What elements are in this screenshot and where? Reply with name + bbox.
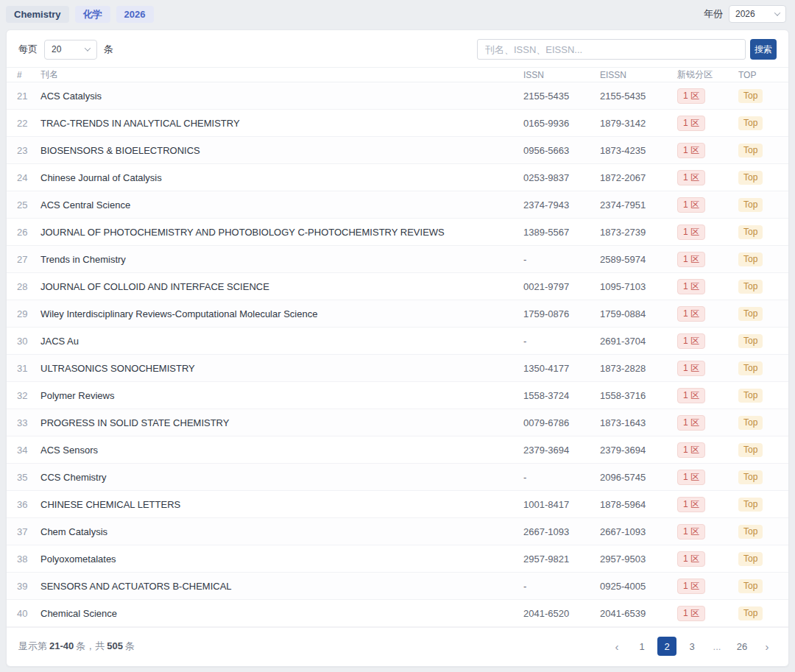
pagination-page-1[interactable]: 1: [632, 637, 651, 656]
row-rank: 28: [17, 281, 40, 292]
row-rank: 34: [17, 445, 40, 456]
pagination-page-26[interactable]: 26: [732, 637, 752, 656]
top-badge: Top: [738, 389, 763, 403]
tag-category-chinese[interactable]: 化学: [75, 6, 110, 23]
table-row[interactable]: 22TRAC-TRENDS IN ANALYTICAL CHEMISTRY016…: [7, 110, 788, 137]
issn-value: 1350-4177: [523, 363, 600, 374]
journal-name: PROGRESS IN SOLID STATE CHEMISTRY: [40, 417, 523, 428]
top-cell: Top: [738, 333, 781, 348]
row-rank: 39: [17, 581, 40, 592]
table-row[interactable]: 25ACS Central Science2374-79432374-79511…: [7, 191, 788, 219]
row-rank: 25: [17, 199, 40, 211]
top-badge: Top: [738, 307, 763, 321]
eissn-value: 2374-7951: [600, 199, 677, 211]
eissn-value: 2957-9503: [600, 553, 677, 565]
journal-name: JOURNAL OF PHOTOCHEMISTRY AND PHOTOBIOLO…: [40, 227, 523, 238]
search-input[interactable]: [477, 39, 746, 60]
top-badge: Top: [738, 116, 763, 130]
zone-badge: 1 区: [677, 388, 705, 403]
table-row[interactable]: 29Wiley Interdisciplinary Reviews-Comput…: [7, 300, 788, 328]
journal-name: Polyoxometalates: [40, 553, 523, 565]
top-cell: Top: [738, 143, 781, 158]
zone-badge: 1 区: [677, 279, 705, 294]
year-filter-label: 年份: [704, 7, 723, 21]
table-row[interactable]: 26JOURNAL OF PHOTOCHEMISTRY AND PHOTOBIO…: [7, 219, 788, 246]
per-page-select[interactable]: 20: [44, 40, 97, 60]
pagination-page-3[interactable]: 3: [682, 637, 702, 656]
journal-name: JACS Au: [40, 336, 523, 347]
eissn-value: 1872-2067: [600, 172, 677, 183]
journal-name: TRAC-TRENDS IN ANALYTICAL CHEMISTRY: [40, 118, 523, 129]
table-row[interactable]: 38Polyoxometalates2957-98212957-95031 区T…: [7, 545, 788, 573]
table-row[interactable]: 21ACS Catalysis2155-54352155-54351 区Top: [7, 82, 788, 110]
journal-name: ACS Central Science: [40, 199, 523, 211]
table-row[interactable]: 34ACS Sensors2379-36942379-36941 区Top: [7, 436, 788, 464]
journal-name: ACS Sensors: [40, 445, 523, 456]
table-row[interactable]: 32Polymer Reviews1558-37241558-37161 区To…: [7, 382, 788, 409]
pagination-prev-button[interactable]: ‹: [607, 637, 626, 656]
table-row[interactable]: 23BIOSENSORS & BIOELECTRONICS0956-566318…: [7, 137, 788, 164]
issn-value: 0079-6786: [523, 417, 600, 428]
top-badge: Top: [738, 89, 763, 103]
column-header-rank: #: [17, 70, 40, 80]
eissn-value: 2155-5435: [600, 91, 677, 102]
eissn-value: 0925-4005: [600, 581, 677, 592]
top-cell: Top: [738, 197, 781, 212]
table-row[interactable]: 28JOURNAL OF COLLOID AND INTERFACE SCIEN…: [7, 273, 788, 300]
row-rank: 30: [17, 336, 40, 347]
zone-badge: 1 区: [677, 116, 705, 131]
zone-cell: 1 区: [677, 388, 738, 403]
table-row[interactable]: 36CHINESE CHEMICAL LETTERS1001-84171878-…: [7, 491, 788, 518]
zone-cell: 1 区: [677, 606, 738, 621]
zone-cell: 1 区: [677, 470, 738, 485]
table-row[interactable]: 30JACS Au-2691-37041 区Top: [7, 328, 788, 355]
tag-category-english[interactable]: Chemistry: [6, 6, 69, 23]
top-badge: Top: [738, 552, 763, 566]
table-row[interactable]: 40Chemical Science2041-65202041-65391 区T…: [7, 600, 788, 627]
top-badge: Top: [738, 606, 763, 620]
table-row[interactable]: 27Trends in Chemistry-2589-59741 区Top: [7, 246, 788, 273]
zone-badge: 1 区: [677, 361, 705, 376]
top-cell: Top: [738, 306, 781, 321]
year-select[interactable]: 2026: [729, 5, 786, 23]
table-row[interactable]: 31ULTRASONICS SONOCHEMISTRY1350-41771873…: [7, 355, 788, 382]
top-badge: Top: [738, 144, 763, 158]
top-cell: Top: [738, 415, 781, 430]
zone-cell: 1 区: [677, 415, 738, 431]
journal-name: ACS Catalysis: [40, 91, 523, 102]
table-row[interactable]: 35CCS Chemistry-2096-57451 区Top: [7, 464, 788, 491]
issn-value: 0021-9797: [523, 281, 600, 292]
table-row[interactable]: 37Chem Catalysis2667-10932667-10931 区Top: [7, 518, 788, 545]
issn-value: -: [523, 336, 600, 347]
summary-suffix: 条: [125, 640, 135, 651]
column-header-issn: ISSN: [523, 70, 600, 80]
pagination-page-2[interactable]: 2: [657, 637, 676, 656]
zone-badge: 1 区: [677, 524, 705, 540]
issn-value: 0956-5663: [523, 145, 600, 156]
row-rank: 24: [17, 172, 40, 183]
zone-cell: 1 区: [677, 306, 738, 322]
pagination-next-button[interactable]: ›: [757, 637, 777, 656]
table-row[interactable]: 24Chinese Journal of Catalysis0253-98371…: [7, 164, 788, 191]
top-badge: Top: [738, 198, 763, 212]
zone-badge: 1 区: [677, 470, 705, 485]
search-button[interactable]: 搜索: [750, 39, 777, 60]
table-row[interactable]: 33PROGRESS IN SOLID STATE CHEMISTRY0079-…: [7, 409, 788, 436]
issn-value: 2379-3694: [523, 445, 600, 456]
table-header-row: # 刊名 ISSN EISSN 新锐分区 TOP: [7, 67, 788, 82]
journal-name: JOURNAL OF COLLOID AND INTERFACE SCIENCE: [40, 281, 523, 292]
per-page-select-value: 20: [52, 44, 61, 54]
row-rank: 38: [17, 553, 40, 565]
top-badge: Top: [738, 225, 763, 239]
table-row[interactable]: 39SENSORS AND ACTUATORS B-CHEMICAL-0925-…: [7, 573, 788, 600]
eissn-value: 1873-2828: [600, 363, 677, 374]
zone-badge: 1 区: [677, 551, 705, 567]
zone-badge: 1 区: [677, 442, 705, 458]
top-cell: Top: [738, 524, 781, 539]
top-cell: Top: [738, 88, 781, 103]
tag-year[interactable]: 2026: [116, 6, 154, 23]
zone-cell: 1 区: [677, 333, 738, 349]
top-cell: Top: [738, 579, 781, 593]
issn-value: 2155-5435: [523, 91, 600, 102]
zone-cell: 1 区: [677, 497, 738, 512]
